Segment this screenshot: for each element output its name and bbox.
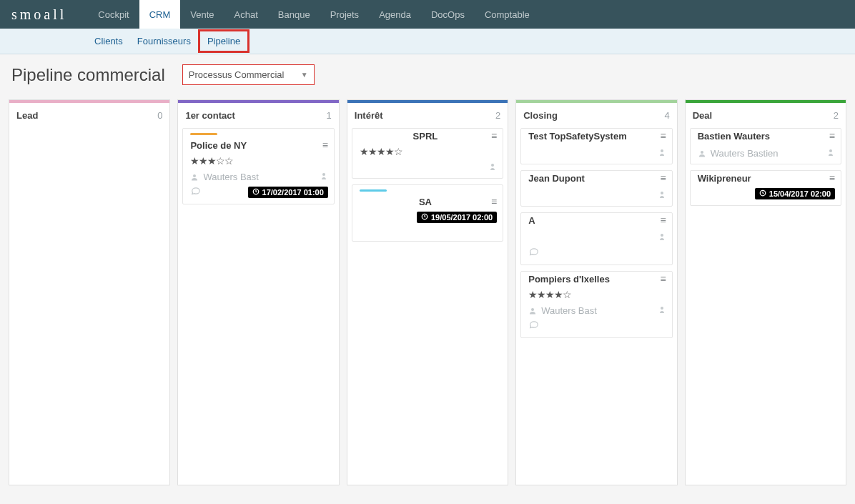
nav-tab-projets[interactable]: Projets — [320, 0, 369, 29]
svg-point-8 — [531, 308, 534, 311]
card-date-text: 19/05/2017 02:00 — [431, 213, 493, 222]
column-title: Intérêt — [355, 110, 383, 121]
card-title: SA — [360, 197, 491, 207]
card-menu-icon[interactable]: ≡ — [660, 130, 666, 142]
card-menu-icon[interactable]: ≡ — [491, 196, 497, 207]
card-date-badge: 17/02/2017 01:00 — [248, 187, 328, 198]
avatar-icon — [658, 147, 666, 159]
card-footer-row: 17/02/2017 01:00 — [183, 184, 333, 201]
nav-tab-vente[interactable]: Vente — [180, 0, 224, 29]
svg-point-6 — [661, 192, 663, 194]
card-title: A — [528, 215, 535, 226]
process-select[interactable]: Processus Commercial ▼ — [182, 64, 315, 85]
column-count: 0 — [157, 110, 162, 121]
card-avatar-row — [352, 159, 503, 175]
column-deal: Deal2Bastien Wauters≡Wauters BastienWiki… — [685, 99, 846, 485]
card-accent — [360, 189, 387, 192]
svg-point-10 — [701, 151, 703, 154]
chat-icon[interactable] — [528, 247, 540, 259]
card-rating[interactable]: ★★★★☆ — [352, 144, 503, 159]
subnav-pipeline[interactable]: Pipeline — [198, 29, 249, 53]
avatar-icon — [320, 171, 328, 183]
column-count: 2 — [834, 110, 839, 121]
kanban-card[interactable]: Jean Dupont≡ — [520, 170, 672, 207]
column-header: Closing4 — [516, 103, 676, 128]
card-title-row: Jean Dupont≡ — [521, 171, 671, 187]
card-avatar-row — [521, 229, 671, 245]
card-avatar-row — [521, 144, 671, 161]
card-rating[interactable]: ★★★☆☆ — [183, 154, 333, 168]
kanban-card[interactable]: Bastien Wauters≡Wauters Bastien — [690, 128, 841, 164]
subnav-clients[interactable]: Clients — [87, 31, 130, 51]
svg-point-5 — [661, 149, 663, 152]
nav-tab-banque[interactable]: Banque — [268, 0, 320, 29]
avatar-icon — [658, 305, 666, 317]
person-icon — [190, 173, 199, 182]
nav-tab-docops[interactable]: DocOps — [421, 0, 475, 29]
card-menu-icon[interactable]: ≡ — [660, 172, 666, 184]
kanban-card[interactable]: Wikipreneur≡15/04/2017 02:00 — [690, 170, 841, 206]
column-count: 1 — [327, 110, 332, 121]
card-title-row: A≡ — [521, 213, 671, 229]
kanban-card[interactable]: SPRL≡★★★★☆ — [352, 128, 503, 179]
kanban-card[interactable]: A≡ — [520, 212, 672, 265]
svg-point-1 — [322, 173, 325, 176]
column-interet: Intérêt2SPRL≡★★★★☆SA≡19/05/2017 02:00 — [347, 99, 508, 485]
card-title-row: Wikipreneur≡ — [691, 171, 841, 187]
card-menu-icon[interactable]: ≡ — [829, 172, 835, 184]
person-icon — [528, 307, 537, 315]
kanban-card[interactable]: SA≡19/05/2017 02:00 — [352, 184, 503, 242]
card-contact-name: Wauters Bastien — [711, 148, 779, 159]
kanban-board: Lead01er contact1Police de NY≡★★★☆☆Waute… — [0, 95, 855, 490]
card-contact-row: Wauters Bast — [521, 302, 671, 318]
column-header: Deal2 — [686, 103, 846, 128]
svg-point-9 — [661, 307, 663, 310]
card-title: Jean Dupont — [528, 173, 585, 184]
card-title: Test TopSafetySystem — [528, 131, 627, 142]
nav-tab-achat[interactable]: Achat — [224, 0, 268, 29]
kanban-card[interactable]: Test TopSafetySystem≡ — [520, 128, 672, 164]
card-menu-icon[interactable]: ≡ — [829, 130, 835, 142]
nav-tab-agenda[interactable]: Agenda — [369, 0, 421, 29]
card-date-text: 15/04/2017 02:00 — [769, 189, 831, 198]
kanban-card[interactable]: Police de NY≡★★★☆☆Wauters Bast17/02/2017… — [182, 128, 334, 204]
chat-icon[interactable] — [528, 320, 540, 332]
card-title-row: Bastien Wauters≡ — [691, 129, 841, 144]
column-count: 4 — [664, 110, 669, 121]
card-menu-icon[interactable]: ≡ — [660, 214, 666, 226]
clock-icon — [421, 213, 428, 222]
column-lead: Lead0 — [9, 99, 170, 485]
svg-point-0 — [193, 174, 196, 177]
card-accent — [190, 133, 217, 135]
card-title-row: SPRL≡ — [352, 129, 503, 144]
column-header: Lead0 — [9, 103, 169, 128]
kanban-card[interactable]: Pompiers d'Ixelles≡★★★★☆Wauters Bast — [520, 271, 672, 338]
nav-tab-crm[interactable]: CRM — [139, 0, 181, 29]
card-menu-icon[interactable]: ≡ — [491, 130, 497, 142]
column-header: Intérêt2 — [347, 103, 508, 128]
card-title: Police de NY — [190, 140, 247, 151]
subnav-fournisseurs[interactable]: Fournisseurs — [130, 31, 198, 51]
card-title-row: Police de NY≡ — [183, 138, 333, 154]
svg-point-7 — [661, 234, 663, 237]
sub-nav: ClientsFournisseursPipeline — [0, 29, 855, 54]
column-closing: Closing4Test TopSafetySystem≡Jean Dupont… — [515, 99, 677, 485]
card-contact-row: Wauters Bastien — [691, 144, 841, 161]
column-header: 1er contact1 — [178, 103, 338, 128]
card-contact-name: Wauters Bast — [203, 172, 259, 182]
card-menu-icon[interactable]: ≡ — [322, 139, 328, 151]
card-avatar-row — [521, 187, 671, 203]
card-rating[interactable]: ★★★★☆ — [521, 287, 671, 302]
avatar-icon — [488, 162, 497, 174]
avatar-icon — [826, 147, 835, 159]
column-count: 2 — [495, 110, 500, 121]
card-footer-row — [521, 245, 671, 262]
nav-tab-cockpit[interactable]: Cockpit — [88, 0, 139, 29]
avatar-icon — [658, 189, 666, 202]
card-menu-icon[interactable]: ≡ — [660, 273, 666, 285]
chat-icon[interactable] — [190, 186, 202, 198]
logo: smoall — [11, 6, 66, 23]
card-title: Pompiers d'Ixelles — [528, 274, 610, 285]
nav-tab-comptable[interactable]: Comptable — [475, 0, 540, 29]
column-title: Lead — [16, 110, 38, 121]
